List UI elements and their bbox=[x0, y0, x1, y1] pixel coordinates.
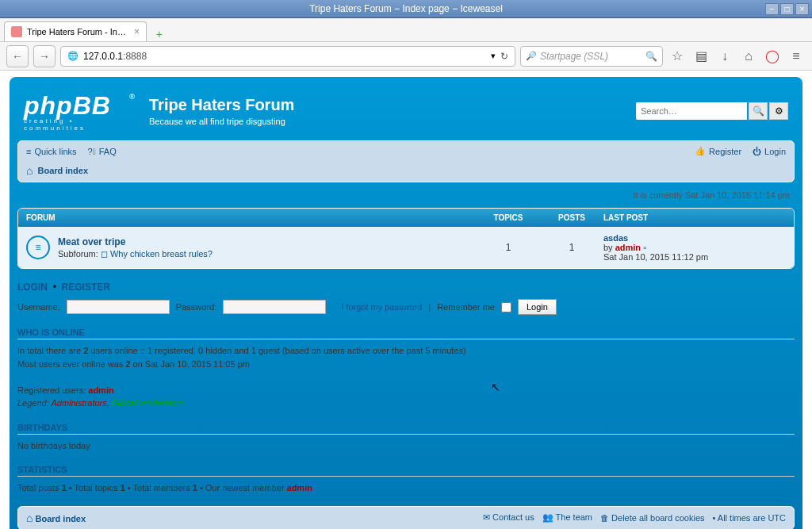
back-button[interactable]: ← bbox=[6, 45, 29, 67]
browser-toolbar: ← → 🌐 127.0.0.1:8888 ▾ ↻ 🔎 Startpage (SS… bbox=[0, 42, 812, 71]
forum-search-button[interactable]: 🔍 bbox=[749, 102, 768, 120]
forum-search-input[interactable] bbox=[636, 102, 747, 120]
quick-links[interactable]: ≡ Quick links bbox=[26, 147, 77, 156]
footer-nav: ⌂ Board index ✉ Contact us 👥 The team 🗑 … bbox=[17, 506, 795, 530]
forum-navbar: ≡ Quick links ?⃝ FAQ 👍 Register ⏻ Login … bbox=[17, 140, 795, 182]
browser-tabbar: Tripe Haters Forum - In… × + bbox=[0, 18, 812, 42]
delete-cookies-link[interactable]: Delete all board cookies bbox=[611, 513, 704, 523]
subforum-label: Subforum: bbox=[58, 249, 98, 259]
forum-title-link[interactable]: Meat over tripe bbox=[58, 236, 477, 247]
browser-search-field[interactable]: 🔎 Startpage (SSL) 🔍 bbox=[520, 46, 663, 67]
register-heading[interactable]: REGISTER bbox=[62, 282, 110, 293]
password-input[interactable] bbox=[223, 300, 326, 314]
url-field[interactable]: 🌐 127.0.0.1:8888 ▾ ↻ bbox=[60, 46, 515, 67]
browser-search-placeholder: Startpage (SSL) bbox=[540, 51, 642, 62]
current-time: It is currently Sat Jan 10, 2015 11:14 p… bbox=[17, 182, 795, 208]
forward-button[interactable]: → bbox=[33, 45, 56, 67]
browser-tab[interactable]: Tripe Haters Forum - In… × bbox=[4, 21, 147, 41]
help-icon: ?⃝ bbox=[88, 147, 96, 156]
new-tab-button[interactable]: + bbox=[151, 27, 167, 41]
thumbs-up-icon: 👍 bbox=[695, 146, 706, 156]
remember-label: Remember me bbox=[437, 302, 495, 312]
stats-heading: STATISTICS bbox=[17, 465, 795, 477]
subforum-post-icon: ◻ bbox=[101, 249, 108, 259]
envelope-icon: ✉ bbox=[483, 512, 490, 522]
forum-row: ≡ Meat over tripe Subforum: ◻ Why chicke… bbox=[18, 227, 794, 268]
close-button[interactable]: × bbox=[795, 3, 809, 15]
online-heading: WHO IS ONLINE bbox=[17, 328, 795, 339]
username-label: Username: bbox=[17, 302, 60, 312]
footer-home-icon[interactable]: ⌂ bbox=[26, 512, 33, 524]
col-last: LAST POST bbox=[603, 213, 786, 222]
timezone-text: All times are UTC bbox=[718, 513, 786, 523]
col-posts: POSTS bbox=[540, 213, 603, 222]
password-label: Password: bbox=[176, 302, 216, 312]
tab-favicon-icon bbox=[11, 26, 22, 37]
username-input[interactable] bbox=[67, 300, 170, 314]
footer-board-index[interactable]: Board index bbox=[36, 514, 86, 523]
login-heading[interactable]: LOGIN bbox=[17, 282, 48, 293]
team-link[interactable]: The team bbox=[556, 512, 592, 522]
online-user-link[interactable]: admin bbox=[88, 385, 113, 395]
maximize-button[interactable]: □ bbox=[780, 3, 794, 15]
trash-icon: 🗑 bbox=[600, 513, 609, 523]
bookmarks-icon[interactable]: ▤ bbox=[691, 47, 710, 66]
login-link[interactable]: ⏻ Login bbox=[753, 147, 786, 156]
dropdown-icon[interactable]: ▾ bbox=[491, 51, 496, 61]
search-engine-icon[interactable]: 🔎 bbox=[526, 51, 537, 62]
forum-topics-count: 1 bbox=[477, 242, 540, 253]
tab-title: Tripe Haters Forum - In… bbox=[27, 27, 126, 36]
birthdays-text: No birthdays today bbox=[17, 439, 795, 453]
adblock-icon[interactable]: ◯ bbox=[763, 47, 782, 66]
col-forum: FORUM bbox=[26, 213, 477, 222]
forum-status-icon: ≡ bbox=[26, 236, 50, 259]
downloads-icon[interactable]: ↓ bbox=[715, 47, 734, 66]
register-link[interactable]: 👍 Register bbox=[695, 146, 741, 156]
newest-member-link[interactable]: admin bbox=[287, 483, 312, 493]
last-post-title[interactable]: asdas bbox=[603, 233, 628, 243]
forum-search-advanced-icon[interactable]: ⚙ bbox=[769, 102, 788, 120]
last-post-time: Sat Jan 10, 2015 11:12 pm bbox=[603, 252, 786, 262]
last-post-user[interactable]: admin bbox=[615, 243, 641, 252]
reload-icon[interactable]: ↻ bbox=[500, 51, 508, 62]
window-titlebar: Tripe Haters Forum − Index page − Icewea… bbox=[0, 0, 812, 18]
window-title: Tripe Haters Forum − Index page − Icewea… bbox=[309, 3, 503, 14]
forum-posts-count: 1 bbox=[540, 242, 603, 253]
power-icon: ⏻ bbox=[753, 147, 761, 156]
globe-icon: 🌐 bbox=[67, 51, 79, 62]
team-icon: 👥 bbox=[542, 512, 553, 522]
legend-moderators[interactable]: Global moderators bbox=[112, 398, 184, 408]
remember-checkbox[interactable] bbox=[501, 302, 511, 312]
phpbb-logo[interactable]: phpBB ® creating ▪ communities bbox=[24, 91, 135, 131]
legend-administrators[interactable]: Administrators bbox=[51, 398, 106, 408]
login-button[interactable]: Login bbox=[518, 299, 557, 315]
breadcrumb-home-icon[interactable]: ⌂ bbox=[26, 164, 33, 177]
breadcrumb-board-index[interactable]: Board index bbox=[37, 166, 88, 175]
subforum-link[interactable]: Why chicken breast rules? bbox=[110, 249, 213, 259]
menu-icon[interactable]: ≡ bbox=[787, 47, 806, 66]
url-text: 127.0.0.1:8888 bbox=[83, 51, 486, 62]
home-icon[interactable]: ⌂ bbox=[739, 47, 758, 66]
site-title: Tripe Haters Forum bbox=[149, 96, 294, 114]
minimize-button[interactable]: − bbox=[765, 3, 779, 15]
search-go-icon[interactable]: 🔍 bbox=[645, 51, 657, 62]
forum-search: 🔍 ⚙ bbox=[636, 102, 788, 120]
forgot-password-link[interactable]: I forgot my password bbox=[341, 302, 422, 312]
view-last-post-icon[interactable]: ▫ bbox=[643, 243, 646, 252]
contact-us-link[interactable]: Contact us bbox=[492, 512, 534, 522]
site-description: Because we all find tripe disgusting bbox=[149, 117, 294, 126]
col-topics: TOPICS bbox=[477, 213, 540, 222]
page-content: phpBB ® creating ▪ communities Tripe Hat… bbox=[0, 71, 812, 529]
menu-bars-icon: ≡ bbox=[26, 147, 31, 156]
forum-list: FORUM TOPICS POSTS LAST POST ≡ Meat over… bbox=[17, 208, 795, 269]
tab-close-icon[interactable]: × bbox=[134, 26, 140, 37]
faq-link[interactable]: ?⃝ FAQ bbox=[88, 147, 117, 156]
birthdays-heading: BIRTHDAYS bbox=[17, 423, 795, 435]
bookmark-star-icon[interactable]: ☆ bbox=[668, 47, 687, 66]
